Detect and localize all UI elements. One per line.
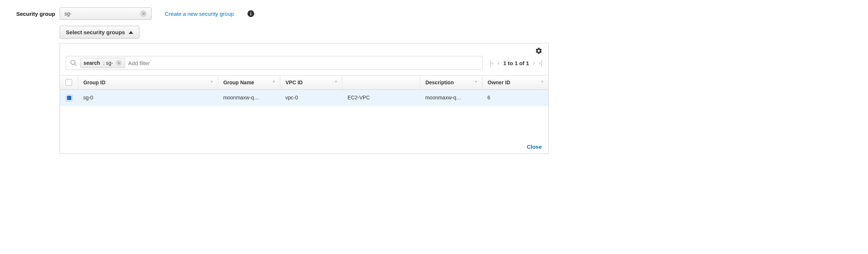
selected-security-group-text: sg-	[64, 11, 140, 17]
search-icon	[70, 59, 77, 67]
sort-icon: ▾	[335, 80, 337, 84]
sort-icon: ▾	[541, 80, 543, 84]
pager-prev-icon[interactable]: ‹	[497, 59, 499, 67]
clear-filter-tag-icon[interactable]: ✕	[116, 60, 122, 66]
column-label: Owner ID	[488, 80, 510, 85]
selected-security-group-tag[interactable]: sg- ✕	[60, 7, 152, 20]
sort-icon: ▾	[211, 80, 213, 84]
row-checkbox[interactable]	[66, 95, 72, 101]
svg-point-3	[71, 60, 75, 65]
svg-rect-2	[250, 12, 251, 13]
chevron-up-icon	[129, 31, 133, 34]
sort-icon: ▾	[273, 80, 275, 84]
column-header-checkbox[interactable]	[60, 75, 78, 90]
security-groups-panel: search : sg- ✕ |‹ ‹ 1 to 1 of 1 › ›| Gr	[60, 43, 549, 154]
search-box[interactable]: search : sg- ✕	[66, 56, 483, 70]
column-label: Group ID	[83, 80, 106, 85]
filter-tag-value: : sg-	[103, 60, 113, 66]
svg-line-4	[75, 64, 77, 66]
column-header-description[interactable]: Description ▾	[420, 75, 482, 90]
pager-first-icon[interactable]: |‹	[490, 59, 494, 67]
sort-icon: ▾	[475, 80, 477, 84]
security-group-label: Security group	[7, 11, 55, 17]
cell-group-id: sg-0	[78, 90, 218, 106]
add-filter-input[interactable]	[128, 60, 480, 66]
cell-extra: EC2-VPC	[342, 90, 420, 106]
pager-next-icon[interactable]: ›	[533, 59, 535, 67]
column-header-blank[interactable]	[342, 75, 420, 90]
security-groups-table: Group ID ▾ Group Name ▾ VPC ID ▾	[60, 75, 548, 106]
cell-owner-id: 6	[482, 90, 548, 106]
filter-tag[interactable]: search : sg- ✕	[80, 58, 125, 68]
close-button[interactable]: Close	[527, 144, 542, 150]
cell-group-name: moonmaxw-q…	[218, 90, 280, 106]
column-label: Group Name	[223, 80, 254, 85]
info-icon[interactable]	[247, 10, 255, 17]
filter-tag-key: search	[83, 60, 100, 66]
column-label: VPC ID	[285, 80, 303, 85]
select-all-checkbox[interactable]	[65, 79, 72, 86]
table-row[interactable]: sg-0 moonmaxw-q… vpc-0 EC2-VPC moonmaxw-…	[60, 90, 548, 106]
pager-range-label: 1 to 1 of 1	[503, 60, 529, 66]
clear-selected-tag-icon[interactable]: ✕	[140, 10, 147, 17]
gear-icon[interactable]	[535, 47, 542, 54]
column-header-group-id[interactable]: Group ID ▾	[78, 75, 218, 90]
column-header-group-name[interactable]: Group Name ▾	[218, 75, 280, 90]
pager: |‹ ‹ 1 to 1 of 1 › ›|	[490, 59, 542, 67]
select-security-groups-dropdown[interactable]: Select security groups	[60, 26, 139, 39]
cell-vpc-id: vpc-0	[280, 90, 342, 106]
cell-description: moonmaxw-q…	[420, 90, 482, 106]
column-label: Description	[426, 80, 454, 85]
column-header-vpc-id[interactable]: VPC ID ▾	[280, 75, 342, 90]
pager-last-icon[interactable]: ›|	[538, 59, 542, 67]
column-header-owner-id[interactable]: Owner ID ▾	[482, 75, 548, 90]
create-security-group-link[interactable]: Create a new security group	[165, 11, 234, 17]
svg-rect-1	[250, 13, 251, 15]
dropdown-label: Select security groups	[66, 29, 125, 35]
